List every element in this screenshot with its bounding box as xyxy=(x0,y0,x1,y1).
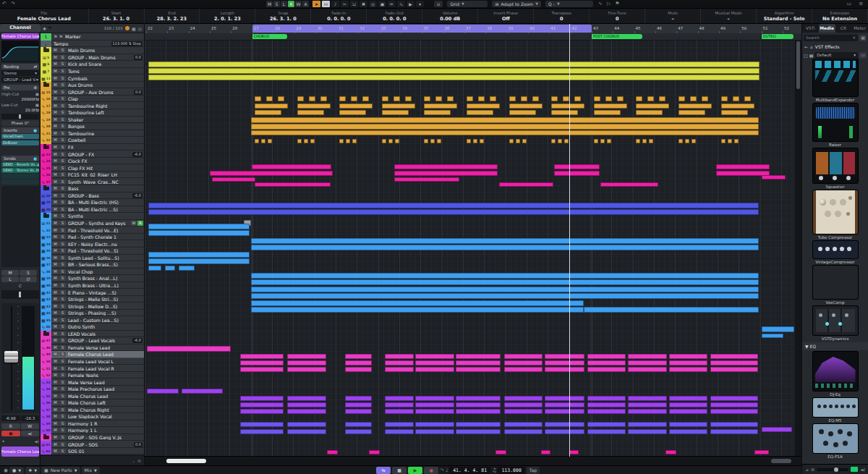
plugin-item[interactable]: EQ-M5 xyxy=(802,398,868,423)
audio-region[interactable] xyxy=(545,367,584,372)
info-field-musical-mode[interactable]: Musical Mode– xyxy=(701,9,757,23)
audio-region[interactable] xyxy=(385,422,414,427)
info-field-mute[interactable]: Mute– xyxy=(645,9,701,23)
fader-db-value[interactable]: -6.98 xyxy=(1,415,20,421)
audio-region[interactable] xyxy=(554,164,600,169)
audio-region[interactable] xyxy=(467,139,471,143)
audio-region[interactable] xyxy=(251,245,759,250)
channel-∅-button[interactable]: ∅ xyxy=(20,276,37,282)
audio-region[interactable] xyxy=(545,422,584,427)
solo-button[interactable]: S xyxy=(59,331,66,337)
write-button[interactable]: W xyxy=(131,221,137,226)
mute-button[interactable]: M xyxy=(52,152,59,157)
audio-region[interactable] xyxy=(255,139,259,143)
solo-button[interactable]: S xyxy=(59,179,66,185)
audio-region[interactable] xyxy=(509,103,542,109)
solo-button[interactable]: S xyxy=(59,62,66,67)
erase-tool[interactable]: ✖ xyxy=(359,1,367,7)
audio-region[interactable] xyxy=(339,110,366,115)
audio-region[interactable] xyxy=(394,164,498,169)
channel-m-button[interactable]: M xyxy=(1,270,19,276)
mute-button[interactable]: M xyxy=(52,186,59,191)
audio-region[interactable] xyxy=(251,300,584,306)
info-field-transpose[interactable]: Transpose0 xyxy=(534,9,590,23)
quantize-select[interactable]: Q -▼ xyxy=(545,1,593,7)
solo-button[interactable]: S xyxy=(59,352,66,357)
audio-region[interactable] xyxy=(690,96,697,101)
track-row[interactable]: ⊞23MSGROUP - FX-6.0 xyxy=(41,151,144,158)
audio-region[interactable] xyxy=(467,96,473,101)
audio-region[interactable] xyxy=(587,422,626,427)
track-volume-value[interactable]: -6.0 xyxy=(132,338,142,343)
solo-button[interactable]: S xyxy=(59,318,66,323)
track-row[interactable]: MSMain Drums xyxy=(41,47,144,54)
audio-region[interactable] xyxy=(522,139,527,143)
info-field-fade-in[interactable]: Fade-In0. 0. 0. 0 xyxy=(311,9,367,23)
audio-region[interactable] xyxy=(148,203,759,208)
line-tool[interactable]: ∿ xyxy=(397,1,405,7)
audio-region[interactable] xyxy=(297,103,331,109)
pre-section-header[interactable]: Pre⊛ xyxy=(1,85,39,90)
results-list-icon[interactable]: ▤ xyxy=(859,35,867,41)
solo-button[interactable]: S xyxy=(59,359,66,364)
mute-button[interactable]: M xyxy=(52,297,59,302)
audio-region[interactable] xyxy=(762,427,792,432)
audio-region[interactable] xyxy=(148,266,161,271)
track-row[interactable]: ∿53MSMale Verse Lead xyxy=(41,378,144,386)
solo-button[interactable]: S xyxy=(59,166,66,171)
audio-region[interactable] xyxy=(467,110,493,115)
track-settings-icon[interactable]: ⊛ xyxy=(137,458,141,463)
plugin-item[interactable]: Raiser xyxy=(802,103,868,147)
audio-region[interactable] xyxy=(456,402,501,407)
audio-region[interactable] xyxy=(628,360,667,365)
audio-region[interactable] xyxy=(415,360,454,365)
track-row[interactable]: ⊞28MSGROUP - Bass-6.0 xyxy=(41,192,144,200)
mute-button[interactable]: M xyxy=(52,359,59,364)
audio-region[interactable] xyxy=(587,396,626,401)
audio-region[interactable] xyxy=(382,110,409,115)
send-slot-empty[interactable] xyxy=(1,174,39,179)
track-row[interactable]: ∿21MSTambourine xyxy=(41,130,144,137)
audio-region[interactable] xyxy=(721,96,728,101)
audio-region[interactable] xyxy=(240,409,284,414)
solo-button[interactable]: S xyxy=(59,234,66,240)
solo-button[interactable]: S xyxy=(59,304,66,309)
mute-button[interactable]: M xyxy=(52,255,59,261)
clear-search-icon[interactable]: ✕ xyxy=(852,35,856,41)
solo-button[interactable]: S xyxy=(59,297,66,302)
select-tool[interactable]: ➤ xyxy=(312,1,320,7)
solo-button[interactable]: S xyxy=(59,338,66,343)
audio-region[interactable] xyxy=(504,429,542,434)
audio-region[interactable] xyxy=(594,103,627,109)
bypass-icon[interactable]: ⊘ xyxy=(811,467,814,472)
read-button[interactable]: R xyxy=(137,221,143,226)
audio-region[interactable] xyxy=(261,139,265,143)
solo-button[interactable]: S xyxy=(59,193,66,198)
track-volume-value[interactable]: 0.0 xyxy=(134,442,142,447)
track-row[interactable]: ∿24MSClock FX xyxy=(41,158,144,165)
audio-region[interactable] xyxy=(210,171,333,176)
mute-button[interactable]: M xyxy=(52,345,59,350)
audio-region[interactable] xyxy=(148,224,250,229)
audio-region[interactable] xyxy=(710,422,758,427)
audio-region[interactable] xyxy=(710,402,758,407)
playhead-position-display[interactable]: 41. 4. 4. 81 xyxy=(449,467,490,474)
audio-region[interactable] xyxy=(351,96,357,101)
solo-button[interactable]: S xyxy=(59,380,66,385)
pan-slider[interactable] xyxy=(1,290,39,299)
track-row[interactable]: ▦7MSToms xyxy=(41,68,144,75)
audio-region[interactable] xyxy=(297,139,302,143)
fader-handle[interactable] xyxy=(4,351,18,363)
mute-button[interactable]: M xyxy=(52,158,59,164)
track-row[interactable]: ▦43MSStrings - Mellow D...S) xyxy=(41,302,144,310)
solo-button[interactable]: S xyxy=(59,82,66,88)
audio-region[interactable] xyxy=(268,139,272,143)
audio-region[interactable] xyxy=(320,96,327,101)
audio-region[interactable] xyxy=(628,422,667,427)
audio-region[interactable] xyxy=(339,96,346,101)
mute-button[interactable]: M xyxy=(52,234,59,240)
solo-button[interactable]: S xyxy=(59,262,66,267)
audio-region[interactable] xyxy=(395,139,399,143)
plugin-item[interactable]: VSTDynamics xyxy=(802,306,868,341)
mute-button[interactable]: M xyxy=(52,193,59,198)
